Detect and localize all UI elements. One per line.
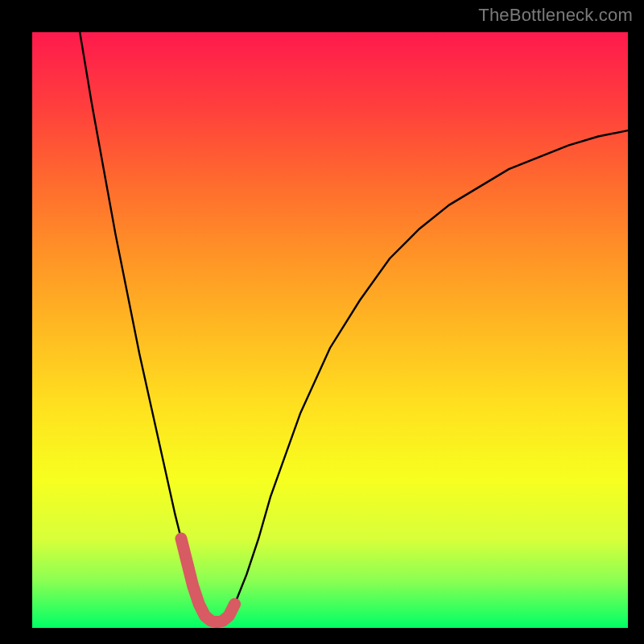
bottleneck-curve xyxy=(80,32,628,622)
marker-segment xyxy=(181,539,235,622)
watermark-label: TheBottleneck.com xyxy=(478,5,633,26)
chart-svg xyxy=(32,32,628,628)
plot-area xyxy=(32,32,628,628)
chart-frame: TheBottleneck.com xyxy=(0,0,644,644)
